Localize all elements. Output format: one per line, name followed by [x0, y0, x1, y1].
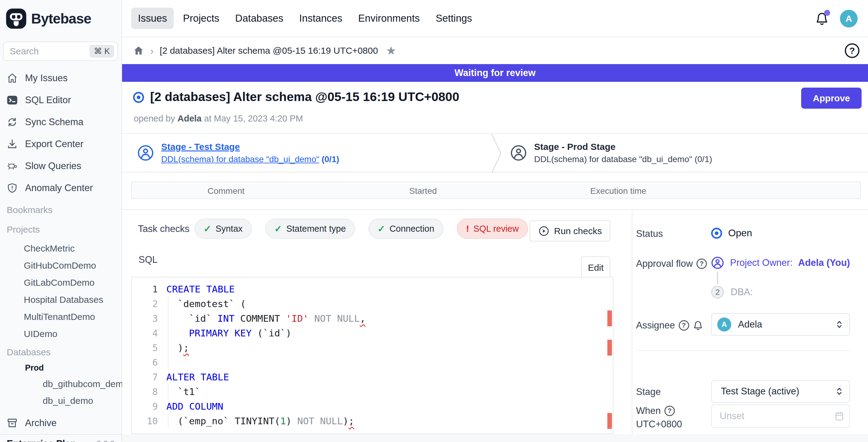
code-line: 2`demotest` ( [132, 296, 613, 311]
stage-subtitle-link[interactable]: DDL(schema) for database "db_ui_demo" (0… [161, 154, 339, 164]
plan-version: v2.2.0 [92, 439, 115, 442]
breadcrumb-home-icon[interactable] [133, 45, 144, 56]
terminal-icon [7, 95, 18, 106]
check-pill-statement-type[interactable]: ✓Statement type [265, 219, 355, 239]
bell-icon[interactable] [693, 320, 703, 330]
opened-suffix: at May 15, 2023 4:20 PM [204, 114, 303, 123]
task-run-table: Comment Started Execution time [131, 182, 861, 199]
person-circle-icon [711, 256, 724, 270]
sidebar-section-databases: Databases [0, 344, 121, 360]
user-avatar[interactable]: A [840, 10, 858, 28]
stage-card-test[interactable]: Stage - Test Stage DDL(schema) for datab… [137, 134, 339, 172]
breadcrumb-title: [2 databases] Alter schema @05-15 16:19 … [160, 45, 378, 56]
sidebar-project-gitlabcomdemo[interactable]: GitLabComDemo [0, 274, 121, 291]
lower-split: Task checks ✓Syntax ✓Statement type ✓Con… [122, 210, 868, 442]
sidebar-item-slow-queries[interactable]: Slow Queries [0, 155, 121, 177]
line-number: 9 [132, 401, 158, 412]
check-icon: ✓ [274, 223, 282, 234]
person-circle-icon [510, 144, 527, 162]
run-checks-label: Run checks [554, 226, 602, 236]
status-value: Open [711, 227, 752, 239]
sidebar-section-bookmarks[interactable]: Bookmarks [0, 202, 121, 218]
brand-logo[interactable]: Bytebase [0, 0, 121, 37]
approval-step-owner: Project Owner: Adela (You) [711, 256, 850, 270]
line-number: 7 [132, 372, 158, 382]
divider [636, 350, 850, 351]
error-overview-mark [607, 340, 612, 356]
check-pill-sql-review[interactable]: !SQL review [457, 219, 528, 239]
tab-instances[interactable]: Instances [292, 8, 349, 29]
line-number: 3 [132, 313, 158, 324]
star-icon[interactable]: ★ [386, 44, 396, 57]
tab-issues[interactable]: Issues [131, 8, 174, 29]
code-lines: 1CREATE TABLE2`demotest` (3`id` INT COMM… [132, 282, 613, 428]
chevron-updown-icon [834, 386, 844, 397]
stage-card-prod[interactable]: Stage - Prod Stage DDL(schema) for datab… [510, 134, 712, 172]
sidebar-project-githubcomdemo[interactable]: GitHubComDemo [0, 257, 121, 274]
env-name: Prod [25, 363, 44, 373]
assignee-label: Assignee ? [636, 320, 703, 331]
top-navbar: Issues Projects Databases Instances Envi… [122, 0, 868, 37]
approval-flow-label: Approval flow ? [636, 258, 707, 269]
issue-author: Adela [178, 114, 202, 123]
archive-icon [7, 418, 18, 429]
search-input[interactable] [4, 46, 86, 57]
sidebar-project-checkmetric[interactable]: CheckMetric [0, 240, 121, 257]
column-header-started: Started [409, 186, 437, 196]
code-editor[interactable]: 1CREATE TABLE2`demotest` (3`id` INT COMM… [131, 277, 614, 434]
edit-sql-button[interactable]: Edit [581, 256, 611, 279]
sidebar-item-my-issues[interactable]: My Issues [0, 67, 121, 89]
when-datetime-input[interactable]: Unset [711, 405, 850, 428]
help-circle-icon[interactable]: ? [696, 258, 707, 269]
status-text: Open [728, 227, 752, 239]
check-pill-connection[interactable]: ✓Connection [368, 219, 443, 239]
search-box[interactable]: ⌘ K [3, 41, 118, 61]
check-icon: ✓ [204, 223, 211, 234]
run-checks-button[interactable]: Run checks [530, 220, 611, 242]
column-header-comment: Comment [208, 186, 245, 196]
sidebar-project-uidemo[interactable]: UIDemo [0, 325, 121, 343]
sidebar-item-sql-editor[interactable]: SQL Editor [0, 89, 121, 111]
notifications-bell-icon[interactable] [815, 11, 829, 26]
plan-row[interactable]: Enterprise Plan v2.2.0 [0, 434, 121, 442]
stage-strip: Stage - Test Stage DDL(schema) for datab… [122, 133, 868, 172]
sidebar-project-multitenantdemo[interactable]: MultiTenantDemo [0, 308, 121, 325]
code-line: 8`t1` [132, 384, 613, 399]
check-label: SQL review [473, 224, 519, 234]
approval-connector [717, 272, 718, 284]
sidebar-item-anomaly-center[interactable]: Anomaly Center [0, 177, 121, 199]
stage-title-link[interactable]: Stage - Test Stage [161, 141, 339, 152]
check-pill-syntax[interactable]: ✓Syntax [194, 219, 252, 239]
notification-dot [824, 10, 830, 16]
sidebar-db-githubcom-demo[interactable]: db_githubcom_demo [0, 375, 121, 392]
sidebar-item-sync-schema[interactable]: Sync Schema [0, 111, 121, 133]
approve-button[interactable]: Approve [801, 88, 862, 109]
stage-select[interactable]: Test Stage (active) [711, 380, 850, 403]
sidebar-db-ui-demo[interactable]: db_ui_demo [0, 392, 121, 409]
person-circle-icon [137, 144, 154, 162]
section-label: Databases [7, 347, 50, 357]
sidebar-item-label: Slow Queries [25, 161, 81, 171]
sidebar-project-hospital-databases[interactable]: Hospital Databases [0, 291, 121, 308]
sidebar-item-label: SQL Editor [25, 95, 71, 106]
sidebar-item-archive[interactable]: Archive [0, 412, 121, 434]
task-checks-label: Task checks [138, 223, 189, 234]
code-line: 7ALTER TABLE [132, 370, 613, 384]
help-icon[interactable]: ? [845, 43, 860, 58]
review-status-banner: Waiting for review [122, 64, 868, 82]
stage-task-link[interactable]: DDL(schema) for database "db_ui_demo" [161, 154, 319, 164]
tab-projects[interactable]: Projects [176, 8, 226, 29]
assignee-select[interactable]: A Adela [711, 313, 850, 336]
line-number: 8 [132, 386, 158, 397]
db-name: db_ui_demo [43, 396, 93, 406]
help-circle-icon[interactable]: ? [664, 406, 675, 416]
stage-select-value: Test Stage (active) [721, 386, 799, 397]
tab-settings[interactable]: Settings [429, 8, 478, 29]
tab-environments[interactable]: Environments [351, 8, 427, 29]
sidebar-item-export-center[interactable]: Export Center [0, 133, 121, 155]
tab-databases[interactable]: Databases [228, 8, 290, 29]
help-circle-icon[interactable]: ? [679, 320, 689, 330]
approval-approver[interactable]: Adela (You) [798, 257, 850, 268]
stage-subtitle: DDL(schema) for database "db_ui_demo" (0… [534, 154, 712, 164]
code-line: 3`id` INT COMMENT 'ID' NOT NULL, [132, 311, 613, 326]
